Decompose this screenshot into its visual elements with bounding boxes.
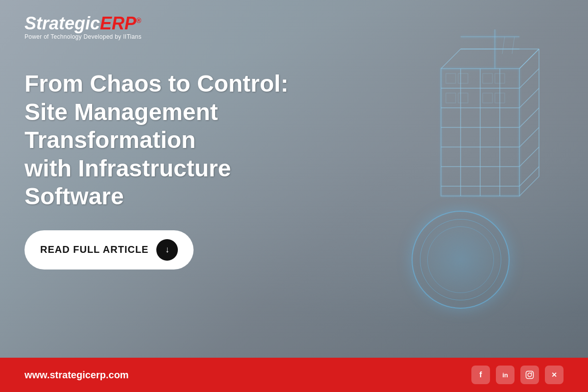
headline-line1: From Chaos to Control: <box>24 71 289 97</box>
logo-strategic-part: Strategic <box>24 13 100 33</box>
footer-url: www.strategicerp.com <box>24 369 129 381</box>
instagram-icon[interactable] <box>520 366 539 384</box>
download-icon: ↓ <box>156 239 178 261</box>
logo-registered: ® <box>136 17 141 24</box>
svg-point-42 <box>531 372 532 373</box>
headline-line3: with Infrastructure Software <box>24 155 231 210</box>
card-wrapper: StrategicERP® Power of Technology Develo… <box>0 0 588 392</box>
footer-bar: www.strategicerp.com f in ✕ <box>0 358 588 392</box>
logo-area: StrategicERP® Power of Technology Develo… <box>24 15 564 40</box>
logo-erp-part: ERP <box>100 13 136 33</box>
social-icons-group: f in ✕ <box>471 366 564 384</box>
x-twitter-icon[interactable]: ✕ <box>545 366 564 384</box>
read-article-button[interactable]: READ FULL ARTICLE ↓ <box>24 230 194 270</box>
linkedin-icon[interactable]: in <box>496 366 514 384</box>
headline-area: From Chaos to Control: Site Management T… <box>24 70 564 343</box>
headline-line2: Site Management Transformation <box>24 99 218 153</box>
logo-text: StrategicERP® <box>24 13 141 33</box>
facebook-icon[interactable]: f <box>471 366 490 384</box>
main-area: StrategicERP® Power of Technology Develo… <box>0 0 588 358</box>
logo-tagline: Power of Technology Developed by IITians <box>24 33 142 40</box>
content-overlay: StrategicERP® Power of Technology Develo… <box>0 0 588 358</box>
logo: StrategicERP® <box>24 15 141 32</box>
headline-title: From Chaos to Control: Site Management T… <box>24 70 318 211</box>
svg-point-41 <box>528 373 532 377</box>
svg-rect-40 <box>526 371 534 379</box>
cta-button-label: READ FULL ARTICLE <box>40 244 148 255</box>
